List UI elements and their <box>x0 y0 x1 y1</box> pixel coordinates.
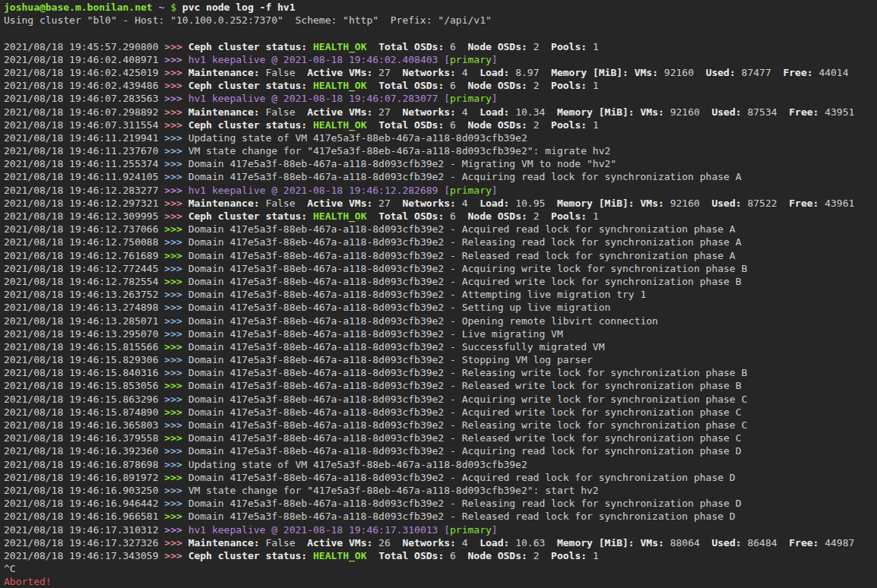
log-segment: Total OSDs: <box>378 210 450 222</box>
log-timestamp: 2021/08/18 19:46:15.829306 <box>4 354 164 365</box>
log-marker-icon: >>> <box>164 367 188 378</box>
log-timestamp: 2021/08/18 19:46:07.298892 <box>4 106 164 118</box>
log-segment: 1 <box>593 41 599 52</box>
log-segment: Active VMs: <box>307 106 378 118</box>
log-segment: Domain 417e5a3f-88eb-467a-a118-8d093cfb3… <box>188 445 742 457</box>
log-segment: 26 <box>378 537 402 548</box>
log-segment: Ceph cluster status: <box>188 41 313 52</box>
log-segment: 6 <box>450 119 467 131</box>
log-line: 2021/08/18 19:46:13.274898 >>> Domain 41… <box>4 301 877 314</box>
log-segment: Active VMs: <box>307 198 378 209</box>
log-segment: 1 <box>593 119 599 131</box>
log-segment: 2 <box>533 41 551 52</box>
log-timestamp: 2021/08/18 19:46:07.311554 <box>4 119 164 131</box>
log-segment: VMs: <box>641 198 670 209</box>
aborted-line: Aborted! <box>4 575 877 588</box>
log-timestamp: 2021/08/18 19:46:02.408971 <box>4 54 164 65</box>
log-marker-icon: >>> <box>164 132 188 144</box>
log-segment: Free: <box>789 106 825 118</box>
log-timestamp: 2021/08/18 19:46:15.874890 <box>4 406 164 418</box>
log-segment: False <box>265 198 307 209</box>
log-line: 2021/08/18 19:46:07.298892 >>> Maintenan… <box>4 106 877 119</box>
log-segment: HEALTH_OK <box>313 550 366 561</box>
log-segment: Domain 417e5a3f-88eb-467a-a118-8d093cfb3… <box>188 394 748 405</box>
log-segment: ] <box>492 185 498 196</box>
log-segment: Domain 417e5a3f-88eb-467a-a118-8d093cfb3… <box>188 302 611 313</box>
log-marker-icon: >>> <box>164 106 188 118</box>
log-line: 2021/08/18 19:46:13.263752 >>> Domain 41… <box>4 288 877 301</box>
log-segment: Pools: <box>551 119 593 131</box>
log-timestamp: 2021/08/18 19:46:17.310312 <box>4 524 164 536</box>
log-marker-icon: >>> <box>164 223 188 235</box>
log-segment: Domain 417e5a3f-88eb-467a-a118-8d093cfb3… <box>188 250 736 261</box>
log-marker-icon: >>> <box>164 171 188 182</box>
interrupt-line: ^C <box>4 562 877 575</box>
log-marker-icon: >>> <box>164 406 188 418</box>
log-segment: 27 <box>378 67 402 78</box>
log-line: 2021/08/18 19:46:11.924105 >>> Domain 41… <box>4 170 877 183</box>
log-segment: Memory [MiB]: <box>557 198 641 209</box>
log-segment: VMs: <box>641 106 670 118</box>
log-line: 2021/08/18 19:46:16.878698 >>> Updating … <box>4 458 877 471</box>
log-segment: Domain 417e5a3f-88eb-467a-a118-8d093cfb3… <box>188 354 593 365</box>
log-marker-icon: >>> <box>164 145 188 156</box>
log-segment: 86484 <box>747 537 789 548</box>
log-line: 2021/08/18 19:46:11.255374 >>> Domain 41… <box>4 157 877 170</box>
log-line: 2021/08/18 19:46:15.840316 >>> Domain 41… <box>4 366 877 379</box>
log-marker-icon: >>> <box>164 158 188 169</box>
log-segment: 27 <box>378 106 402 118</box>
log-segment: primary <box>450 93 492 104</box>
log-line: 2021/08/18 19:46:16.379558 >>> Domain 41… <box>4 432 877 444</box>
log-timestamp: 2021/08/18 19:46:12.761689 <box>4 250 164 261</box>
log-timestamp: 2021/08/18 19:46:11.237670 <box>4 145 164 156</box>
log-segment: Domain 417e5a3f-88eb-467a-a118-8d093cfb3… <box>188 367 748 378</box>
log-segment: Node OSDs: <box>468 210 533 222</box>
log-line: 2021/08/18 19:46:12.737066 >>> Domain 41… <box>4 223 877 236</box>
log-segment: HEALTH_OK <box>313 210 366 222</box>
log-segment: Domain 417e5a3f-88eb-467a-a118-8d093cfb3… <box>188 171 742 182</box>
log-segment: hv1 keepalive @ 2021-08-18 19:46:17.3100… <box>188 524 450 536</box>
log-segment: Networks: <box>402 106 461 118</box>
log-segment: Total OSDs: <box>378 550 450 561</box>
log-segment <box>366 210 378 222</box>
log-segment: 87534 <box>747 106 789 118</box>
log-marker-icon: >>> <box>164 236 188 248</box>
log-segment: 10.34 <box>515 106 557 118</box>
log-segment: Node OSDs: <box>468 119 533 131</box>
log-segment: Used: <box>711 106 747 118</box>
log-line: 2021/08/18 19:46:16.966581 >>> Domain 41… <box>4 510 877 523</box>
log-segment: Domain 417e5a3f-88eb-467a-a118-8d093cfb3… <box>188 223 736 235</box>
log-segment: Domain 417e5a3f-88eb-467a-a118-8d093cfb3… <box>188 289 647 300</box>
log-segment: Ceph cluster status: <box>188 119 313 131</box>
blank-line <box>4 27 877 40</box>
log-line: 2021/08/18 19:46:07.311554 >>> Ceph clus… <box>4 119 877 131</box>
log-line: 2021/08/18 19:46:07.283563 >>> hv1 keepa… <box>4 92 877 105</box>
log-line: 2021/08/18 19:46:17.310312 >>> hv1 keepa… <box>4 523 877 536</box>
log-timestamp: 2021/08/18 19:46:12.772445 <box>4 263 164 274</box>
log-line: 2021/08/18 19:46:12.782554 >>> Domain 41… <box>4 275 877 288</box>
log-segment <box>366 550 378 561</box>
log-timestamp: 2021/08/18 19:46:11.219941 <box>4 132 164 144</box>
log-segment: Pools: <box>551 210 593 222</box>
log-marker-icon: >>> <box>164 93 188 104</box>
log-segment: Networks: <box>402 67 461 78</box>
log-segment: Used: <box>711 537 747 548</box>
log-segment: Total OSDs: <box>378 80 450 91</box>
log-timestamp: 2021/08/18 19:46:13.274898 <box>4 302 164 313</box>
log-segment: Domain 417e5a3f-88eb-467a-a118-8d093cfb3… <box>188 236 742 248</box>
log-segment: 92160 <box>670 106 712 118</box>
log-segment: Domain 417e5a3f-88eb-467a-a118-8d093cfb3… <box>188 432 742 444</box>
log-segment: 92160 <box>664 67 706 78</box>
log-segment: Networks: <box>402 537 461 548</box>
log-segment: joshua@base.m.bonilan.net <box>4 2 153 13</box>
log-marker-icon: >>> <box>164 472 188 483</box>
log-segment <box>366 119 378 131</box>
log-segment: HEALTH_OK <box>313 119 366 131</box>
log-segment: 8.97 <box>515 67 551 78</box>
log-segment: Maintenance: <box>188 106 266 118</box>
log-segment: Domain 417e5a3f-88eb-467a-a118-8d093cfb3… <box>188 315 658 327</box>
log-segment: Domain 417e5a3f-88eb-467a-a118-8d093cfb3… <box>188 419 748 431</box>
log-line: 2021/08/18 19:45:57.290800 >>> Ceph clus… <box>4 40 877 53</box>
log-line: 2021/08/18 19:46:12.297321 >>> Maintenan… <box>4 197 877 210</box>
log-line: 2021/08/18 19:46:13.285071 >>> Domain 41… <box>4 315 877 327</box>
